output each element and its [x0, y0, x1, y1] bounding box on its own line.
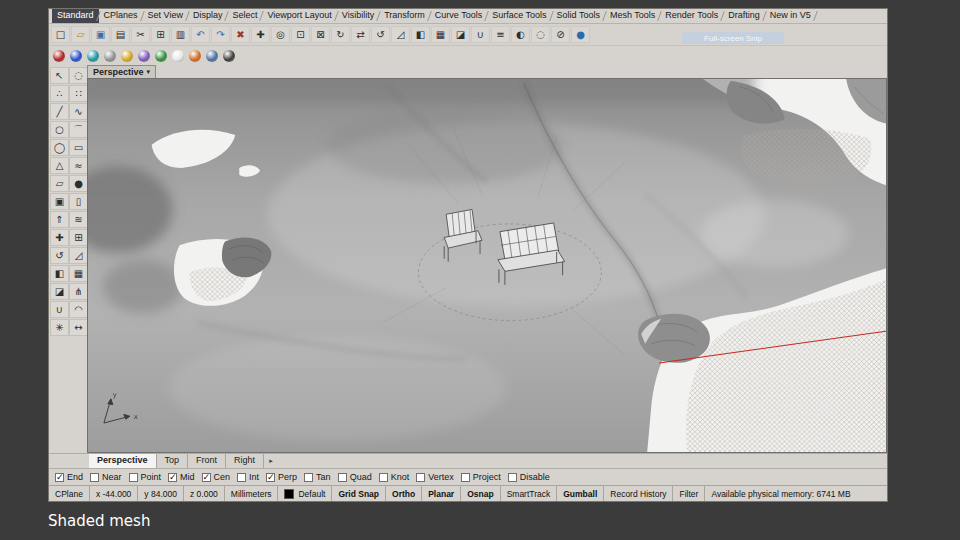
- viewport-tab-top[interactable]: Top: [157, 454, 189, 468]
- join-button[interactable]: ∪: [471, 26, 490, 43]
- viewport-perspective[interactable]: x y: [87, 78, 887, 453]
- render-sphere-blue[interactable]: [68, 48, 84, 63]
- status-smarttrack[interactable]: SmartTrack: [501, 486, 558, 501]
- render-sphere-steel[interactable]: [204, 48, 220, 63]
- render-sphere-orange[interactable]: [187, 48, 203, 63]
- status-record-history[interactable]: Record History: [604, 486, 673, 501]
- paste-button[interactable]: ▥: [171, 26, 190, 43]
- status-z-coordinate[interactable]: z 0.000: [184, 486, 225, 501]
- array-tool-button[interactable]: ▦: [69, 265, 88, 282]
- trim-tool-button[interactable]: ◪: [50, 283, 69, 300]
- render-button[interactable]: ●: [571, 26, 590, 43]
- menu-tab-curve-tools[interactable]: Curve Tools: [430, 9, 487, 23]
- viewport-title-tab[interactable]: Perspective ▾: [87, 65, 156, 78]
- viewport-tab-right[interactable]: Right: [226, 454, 264, 468]
- sphere-tool-button[interactable]: ●: [69, 175, 88, 192]
- explode-tool-button[interactable]: ✳: [50, 319, 69, 336]
- arc-tool-button[interactable]: ⌒: [69, 121, 88, 138]
- menu-tab-new-in-v5[interactable]: New in V5: [765, 9, 816, 23]
- lasso-tool-button[interactable]: ◌: [69, 67, 88, 84]
- menu-tab-mesh-tools[interactable]: Mesh Tools: [605, 9, 660, 23]
- box-tool-button[interactable]: ▣: [50, 193, 69, 210]
- hide-button[interactable]: ◌: [531, 26, 550, 43]
- zoom-window-button[interactable]: ⊡: [291, 26, 310, 43]
- open-file-button[interactable]: ▱: [71, 26, 90, 43]
- move-tool-button[interactable]: ✚: [50, 229, 69, 246]
- rectangle-tool-button[interactable]: ▭: [69, 139, 88, 156]
- status-units[interactable]: Millimeters: [225, 486, 279, 501]
- trim-button[interactable]: ◪: [451, 26, 470, 43]
- osnap-tan[interactable]: Tan: [304, 472, 331, 482]
- viewport-tab-perspective[interactable]: Perspective: [89, 454, 157, 468]
- status-cplane[interactable]: CPlane: [49, 486, 90, 501]
- render-sphere-gray[interactable]: [102, 48, 118, 63]
- status-osnap[interactable]: Osnap: [461, 486, 500, 501]
- line-tool-button[interactable]: ╱: [50, 103, 69, 120]
- print-button[interactable]: ▤: [111, 26, 130, 43]
- osnap-near[interactable]: Near: [90, 472, 122, 482]
- menu-tab-display[interactable]: Display: [188, 9, 228, 23]
- circle-tool-button[interactable]: ○: [50, 121, 69, 138]
- point-tool-button[interactable]: ∴: [50, 85, 69, 102]
- menu-tab-solid-tools[interactable]: Solid Tools: [552, 9, 605, 23]
- render-sphere-red[interactable]: [51, 48, 67, 63]
- status-y-coordinate[interactable]: y 84.000: [138, 486, 184, 501]
- move-button[interactable]: ⇄: [351, 26, 370, 43]
- copy-button[interactable]: ⊞: [151, 26, 170, 43]
- extrude-tool-button[interactable]: ⇑: [50, 211, 69, 228]
- loft-tool-button[interactable]: ≋: [69, 211, 88, 228]
- ellipse-tool-button[interactable]: ◯: [50, 139, 69, 156]
- split-tool-button[interactable]: ⋔: [69, 283, 88, 300]
- pan-button[interactable]: ✚: [251, 26, 270, 43]
- osnap-perp[interactable]: Perp: [266, 472, 297, 482]
- menu-tab-surface-tools[interactable]: Surface Tools: [487, 9, 551, 23]
- display-button[interactable]: ◐: [511, 26, 530, 43]
- render-sphere-green[interactable]: [153, 48, 169, 63]
- render-sphere-white[interactable]: [170, 48, 186, 63]
- zoom-extents-button[interactable]: ⊠: [311, 26, 330, 43]
- dimension-tool-button[interactable]: ↔: [69, 319, 88, 336]
- status-x-coordinate[interactable]: x -44.000: [90, 486, 138, 501]
- point-cloud-tool-button[interactable]: ∷: [69, 85, 88, 102]
- rotate-button[interactable]: ↺: [371, 26, 390, 43]
- osnap-mid[interactable]: Mid: [168, 472, 195, 482]
- menu-tab-cplanes[interactable]: CPlanes: [99, 9, 143, 23]
- layers-button[interactable]: ≡: [491, 26, 510, 43]
- rotate-view-button[interactable]: ↻: [331, 26, 350, 43]
- tab-scroll-arrow-icon[interactable]: ▸: [264, 454, 278, 468]
- osnap-point[interactable]: Point: [129, 472, 162, 482]
- osnap-knot[interactable]: Knot: [379, 472, 410, 482]
- undo-button[interactable]: ↶: [191, 26, 210, 43]
- mirror-tool-button[interactable]: ◧: [50, 265, 69, 282]
- copy-tool-button[interactable]: ⊞: [69, 229, 88, 246]
- fillet-tool-button[interactable]: ◠: [69, 301, 88, 318]
- menu-tab-drafting[interactable]: Drafting: [723, 9, 765, 23]
- menu-tab-viewport-layout[interactable]: Viewport Layout: [262, 9, 336, 23]
- surface-tool-button[interactable]: ▱: [50, 175, 69, 192]
- status-grid-snap[interactable]: Grid Snap: [332, 486, 386, 501]
- render-sphere-purple[interactable]: [136, 48, 152, 63]
- status-ortho[interactable]: Ortho: [386, 486, 422, 501]
- select-tool-button[interactable]: ↖: [50, 67, 69, 84]
- array-button[interactable]: ▦: [431, 26, 450, 43]
- osnap-project[interactable]: Project: [461, 472, 501, 482]
- osnap-vertex[interactable]: Vertex: [416, 472, 454, 482]
- save-button[interactable]: ▣: [91, 26, 110, 43]
- menu-tab-select[interactable]: Select: [227, 9, 262, 23]
- status-planar[interactable]: Planar: [422, 486, 461, 501]
- rotate-tool-button[interactable]: ↺: [50, 247, 69, 264]
- menu-tab-set-view[interactable]: Set View: [143, 9, 188, 23]
- osnap-int[interactable]: Int: [237, 472, 259, 482]
- delete-button[interactable]: ✖: [231, 26, 250, 43]
- menu-tab-visibility[interactable]: Visibility: [337, 9, 379, 23]
- menu-tab-render-tools[interactable]: Render Tools: [660, 9, 723, 23]
- new-file-button[interactable]: □: [51, 26, 70, 43]
- render-sphere-gold[interactable]: [119, 48, 135, 63]
- curve-tool-button[interactable]: ≈: [69, 157, 88, 174]
- render-sphere-teal[interactable]: [85, 48, 101, 63]
- menu-tab-transform[interactable]: Transform: [379, 9, 430, 23]
- status-memory[interactable]: Available physical memory: 6741 MB: [705, 486, 887, 501]
- mirror-button[interactable]: ◧: [411, 26, 430, 43]
- polyline-tool-button[interactable]: ∿: [69, 103, 88, 120]
- status-gumball[interactable]: Gumball: [557, 486, 604, 501]
